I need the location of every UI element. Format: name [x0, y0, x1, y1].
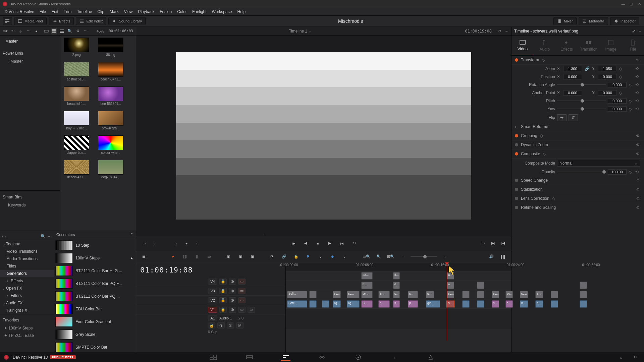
timeline-clip[interactable]: Soli... [287, 291, 307, 298]
timeline-clip[interactable]: sc... [447, 291, 454, 298]
timeline-clip[interactable]: d... [393, 282, 400, 289]
window-close[interactable]: ✕ [637, 2, 641, 6]
inspector-toggle[interactable]: Inspector [610, 17, 639, 25]
stop-button[interactable]: ■ [314, 239, 322, 247]
lock-icon[interactable]: 🔒 [292, 252, 301, 261]
pool-sort[interactable]: ⇅ [75, 28, 80, 35]
layout-preset-button[interactable] [3, 17, 12, 25]
timeline-clip[interactable]: s... [426, 291, 434, 298]
fx-node-filters[interactable]: ›Filters [0, 292, 54, 299]
page-cut[interactable] [245, 354, 254, 361]
menu-davinci-resolve[interactable]: DaVinci Resolve [2, 9, 37, 14]
menu-help[interactable]: Help [234, 9, 248, 14]
range-clear[interactable]: ▭ [140, 239, 148, 247]
timeline-clip[interactable]: b... [520, 300, 528, 308]
composite-mode-select[interactable]: Normal⌄ [557, 160, 640, 167]
timeline-tracks-area[interactable]: 01:00:00:0001:00:08:0001:00:16:0001:00:2… [286, 263, 511, 352]
metadata-toggle[interactable]: Metadata [579, 17, 608, 25]
timeline-clip[interactable]: S... [378, 291, 390, 298]
generator-item[interactable]: BT.2111 Color Bar PQ ... [54, 290, 135, 303]
timeline-clip[interactable]: S... [361, 300, 373, 308]
fx-node-audiofx[interactable]: ⌄Audio FX [0, 299, 54, 307]
flip-h[interactable]: ⇋ [557, 114, 567, 121]
yaw-val[interactable]: 0.000 [608, 106, 627, 112]
menu-view[interactable]: View [121, 9, 136, 14]
timeline-clip[interactable]: lig... [347, 300, 360, 308]
timeline-clip[interactable]: sc... [361, 291, 373, 298]
marker-icon[interactable]: ◆ [328, 252, 337, 261]
flip-v[interactable]: ⇵ [569, 114, 578, 121]
fx-node-openfx[interactable]: ⌄Open FX [0, 285, 54, 292]
dynamic-trim[interactable]: ⟦| [193, 252, 201, 261]
insert-clip[interactable]: ▣ [224, 252, 233, 261]
timeline-clip[interactable] [551, 291, 558, 298]
range-dropdown[interactable]: ⌄ [150, 239, 158, 247]
menu-trim[interactable]: Trim [61, 9, 74, 14]
link-clips[interactable]: 🔗 [280, 252, 288, 261]
track-auto-v4[interactable]: ▭ [238, 279, 246, 285]
timeline-clip[interactable]: sc... [492, 291, 499, 298]
timeline-clip[interactable]: sc... [520, 291, 528, 298]
timeline-clip[interactable] [551, 300, 558, 308]
overwrite-clip[interactable]: ▣ [236, 252, 245, 261]
page-edit[interactable] [281, 354, 290, 361]
track-head-a1[interactable]: A1 Audio 1 2.0 🔒 ◑ S M 0 Clip [136, 314, 285, 335]
project-settings-icon[interactable]: ⚙ [631, 354, 640, 361]
timeline-clip[interactable] [309, 291, 317, 298]
pool-link[interactable]: ⟐ [18, 28, 23, 35]
generator-item[interactable]: SMPTE Color Bar [54, 341, 135, 352]
fx-node[interactable]: Audio Transitions [0, 255, 54, 262]
rotation-angle[interactable]: 0.000 [608, 82, 627, 87]
favorite-2[interactable]: ✦ TP ZO... Ease [3, 332, 51, 339]
window-minimize[interactable]: — [621, 2, 625, 6]
media-thumb[interactable]: clapperboa... [64, 135, 89, 155]
inspector-expand[interactable]: ⤢ [632, 29, 635, 34]
effects-toggle[interactable]: Effects [49, 17, 74, 25]
track-enable-v4[interactable]: ◑ [229, 279, 236, 285]
fx-more-icon[interactable]: ⋯ [48, 234, 52, 239]
trim-tool[interactable]: ⟦⟧ [180, 252, 189, 261]
retiming[interactable]: ◔ [268, 252, 276, 261]
page-fairlight[interactable]: ♪ [390, 354, 399, 361]
home-icon[interactable]: ⌂ [616, 354, 626, 361]
generator-item[interactable]: BT.2111 Color Bar HLG ... [54, 264, 135, 277]
section-speed-change[interactable]: Speed Change⟲ [512, 176, 644, 185]
timeline-clip[interactable]: s... [408, 291, 418, 298]
zoom-out[interactable]: − [398, 252, 407, 261]
track-lock-v4[interactable]: 🔒 [219, 279, 227, 285]
fx-node[interactable]: Titles [0, 262, 54, 270]
sound-library-toggle[interactable]: Sound Library [108, 17, 146, 25]
menu-workspace[interactable]: Workspace [209, 9, 235, 14]
generator-item[interactable]: Four Color Gradient [54, 315, 135, 328]
tl-view-options[interactable]: ☰ [140, 252, 148, 261]
inspector-tab-effects[interactable]: Effects [556, 36, 578, 55]
timeline-clip[interactable]: s... [447, 300, 454, 308]
pool-search-icon[interactable]: 🔍 [67, 28, 73, 35]
pitch-val[interactable]: 0.000 [608, 98, 627, 104]
step-back[interactable]: ◀ [302, 239, 310, 247]
media-thumb[interactable]: abstract-18... [64, 62, 89, 81]
page-media[interactable] [209, 354, 218, 361]
section-lens-correction[interactable]: Lens Correction◇⟲ [512, 194, 644, 203]
timeline-clip[interactable]: d... [393, 272, 400, 280]
timeline-clip[interactable] [477, 291, 484, 298]
timeline-ruler[interactable]: 01:00:00:0001:00:08:0001:00:16:0001:00:2… [286, 263, 511, 271]
generator-item[interactable]: 100mV Steps★ [54, 252, 135, 264]
step-next-clip[interactable]: ▶| [489, 239, 497, 247]
pool-more1[interactable]: ⋯ [25, 28, 31, 35]
inspector-more[interactable]: ⋯ [637, 29, 641, 34]
timeline-clip[interactable] [580, 291, 587, 298]
media-thumb[interactable]: beach-3471... [98, 62, 123, 81]
pool-more2[interactable]: ⋯ [83, 28, 88, 35]
timeline-clip[interactable]: sc... [333, 291, 341, 298]
timeline-clip[interactable] [322, 300, 329, 308]
edit-dot[interactable]: ● [182, 239, 191, 247]
section-transform[interactable]: Transform◇⟲ [512, 56, 644, 65]
timeline-clip[interactable]: b... [361, 282, 373, 289]
menu-color[interactable]: Color [174, 9, 190, 14]
timeline-clip[interactable]: b... [535, 300, 543, 308]
section-retime[interactable]: Retime and Scaling⟲ [512, 203, 644, 212]
timeline-clip[interactable] [462, 300, 470, 308]
timeline-clip[interactable]: a... [447, 282, 454, 289]
loop-button[interactable]: ⟲ [350, 239, 358, 247]
